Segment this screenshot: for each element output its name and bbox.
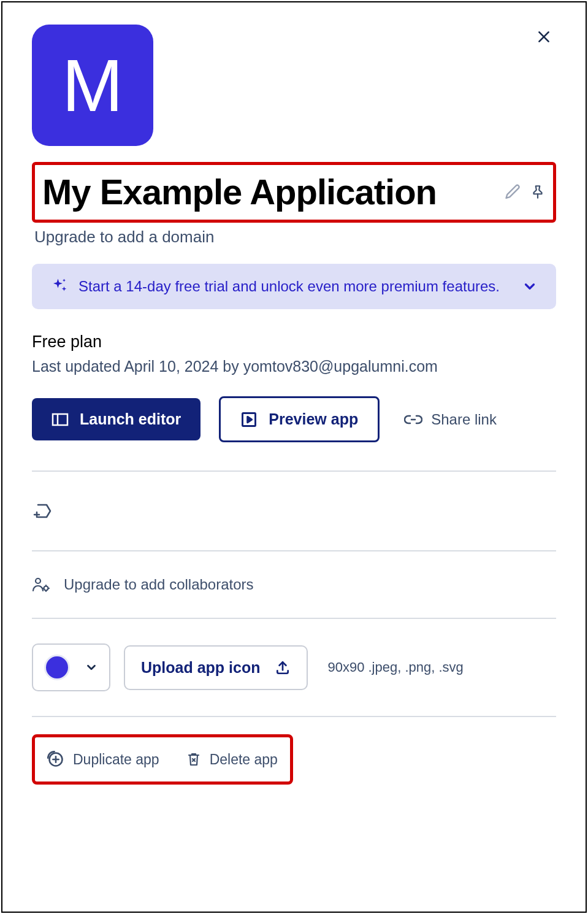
- close-button[interactable]: [532, 25, 556, 49]
- upload-app-icon-label: Upload app icon: [141, 659, 260, 677]
- link-icon: [404, 413, 422, 426]
- edit-title-button[interactable]: [504, 183, 521, 201]
- chevron-down-icon: [85, 661, 98, 674]
- launch-editor-button[interactable]: Launch editor: [32, 398, 200, 440]
- sparkle-icon: [50, 277, 69, 296]
- launch-editor-label: Launch editor: [80, 410, 181, 428]
- delete-app-label: Delete app: [210, 751, 278, 768]
- svg-marker-6: [248, 417, 252, 422]
- upload-icon: [275, 659, 291, 675]
- pencil-icon: [504, 183, 521, 201]
- duplicate-app-label: Duplicate app: [73, 751, 159, 768]
- pin-icon: [530, 184, 546, 200]
- add-branch-button[interactable]: [32, 501, 556, 521]
- app-settings-panel: M My Example Application Upgrade to add …: [1, 1, 587, 913]
- trash-icon: [186, 751, 201, 767]
- trial-banner-text: Start a 14-day free trial and unlock eve…: [78, 278, 500, 295]
- app-title: My Example Application: [42, 171, 437, 212]
- last-updated-text: Last updated April 10, 2024 by yomtov830…: [32, 358, 556, 375]
- panel-icon: [52, 412, 69, 427]
- icon-size-hint: 90x90 .jpeg, .png, .svg: [327, 659, 463, 675]
- upload-app-icon-button[interactable]: Upload app icon: [124, 645, 308, 690]
- branch-add-icon: [32, 501, 53, 521]
- duplicate-app-button[interactable]: Duplicate app: [47, 751, 159, 768]
- svg-rect-3: [53, 414, 67, 425]
- play-square-icon: [240, 411, 258, 428]
- preview-app-button[interactable]: Preview app: [219, 396, 380, 442]
- app-icon-tile: M: [32, 25, 153, 146]
- preview-app-label: Preview app: [269, 410, 358, 428]
- chevron-down-icon: [522, 278, 538, 294]
- collaborators-section: Upgrade to add collaborators: [32, 551, 556, 618]
- duplicate-icon: [47, 751, 64, 768]
- delete-app-button[interactable]: Delete app: [186, 751, 278, 768]
- color-picker[interactable]: [32, 643, 110, 691]
- plan-label: Free plan: [32, 332, 556, 351]
- pin-button[interactable]: [530, 184, 546, 200]
- branches-section: [32, 472, 556, 550]
- footer-actions: Duplicate app Delete app: [32, 734, 293, 785]
- share-link-button[interactable]: Share link: [404, 411, 497, 428]
- trial-banner[interactable]: Start a 14-day free trial and unlock eve…: [32, 264, 556, 309]
- title-actions: [504, 183, 546, 201]
- app-icon-section: Upload app icon 90x90 .jpeg, .png, .svg: [32, 619, 556, 716]
- app-title-row: My Example Application: [32, 162, 556, 223]
- close-icon: [536, 29, 552, 45]
- domain-upgrade-hint[interactable]: Upgrade to add a domain: [34, 228, 556, 247]
- color-swatch: [44, 655, 70, 680]
- primary-actions: Launch editor Preview app Share link: [32, 396, 556, 442]
- share-link-label: Share link: [431, 411, 497, 428]
- svg-point-9: [36, 578, 40, 583]
- app-tile-letter: M: [62, 43, 123, 128]
- collaborators-hint[interactable]: Upgrade to add collaborators: [64, 576, 254, 593]
- people-settings-icon: [32, 576, 50, 593]
- divider: [32, 716, 556, 717]
